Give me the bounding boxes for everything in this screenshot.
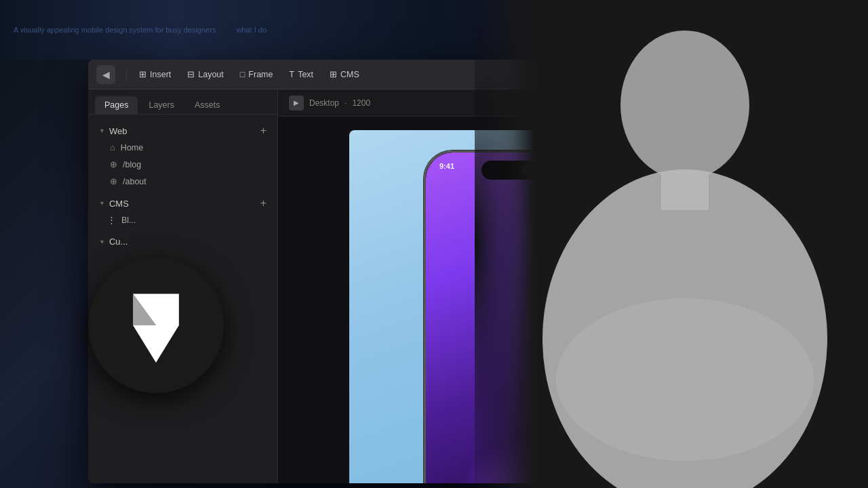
web-add-button[interactable]: +	[260, 125, 267, 136]
layout-label: Layout	[198, 70, 224, 79]
sidebar-tabs: Pages Layers Assets	[88, 89, 277, 115]
custom-section-title: ▼ Cu...	[99, 237, 127, 247]
tab-pages-label: Pages	[104, 100, 128, 110]
framer-logo-overlay	[88, 258, 224, 393]
toolbar-sep-1	[126, 68, 127, 81]
custom-arrow-icon: ▼	[99, 239, 105, 245]
cms-arrow-icon: ▼	[99, 200, 105, 207]
separator: ·	[344, 98, 347, 108]
web-arrow-icon: ▼	[99, 127, 105, 134]
cms-add-button[interactable]: +	[260, 198, 267, 209]
layout-icon: ⊟	[187, 69, 195, 79]
cms-icon: ⊞	[330, 69, 337, 79]
custom-label: Cu...	[109, 237, 127, 247]
cms-label: CMS	[340, 70, 359, 79]
sidebar-item-blog[interactable]: ⊕ /blog	[94, 156, 272, 173]
sidebar-item-about[interactable]: ⊕ /about	[94, 173, 272, 190]
sidebar-item-bl[interactable]: ⋮ Bl...	[94, 211, 272, 228]
tab-assets[interactable]: Assets	[185, 96, 230, 114]
text-button[interactable]: T Text	[282, 67, 320, 82]
cms-section-title: ▼ CMS	[99, 199, 129, 209]
insert-button[interactable]: ⊞ Insert	[132, 66, 178, 82]
insert-icon: ⊞	[139, 69, 146, 79]
tab-pages[interactable]: Pages	[95, 96, 138, 114]
phone-time: 9:41	[439, 162, 454, 170]
framer-logo-svg	[119, 288, 193, 363]
about-label: /about	[123, 177, 146, 186]
home-label: Home	[121, 143, 143, 152]
person-overlay	[475, 0, 868, 488]
frame-label: Frame	[248, 70, 273, 79]
bg-text-2: what I do	[236, 26, 267, 34]
svg-marker-1	[133, 325, 179, 363]
play-icon: ▶	[294, 99, 299, 106]
tab-layers[interactable]: Layers	[139, 96, 184, 114]
viewport-label: Desktop	[309, 98, 339, 108]
bg-text-1: A visually appealing mobile design syste…	[14, 26, 216, 34]
about-icon: ⊕	[110, 176, 117, 186]
cms-section: ▼ CMS + ⋮ Bl...	[94, 195, 272, 228]
width-label: 1200	[352, 98, 370, 108]
text-icon: T	[289, 70, 294, 79]
web-section: ▼ Web + ⌂ Home ⊕ /blog ⊕	[94, 123, 272, 190]
text-label: Text	[298, 70, 313, 79]
insert-label: Insert	[150, 70, 171, 79]
back-button[interactable]: ◀	[96, 65, 115, 84]
web-label: Web	[109, 126, 127, 136]
tab-layers-label: Layers	[149, 100, 174, 110]
layout-button[interactable]: ⊟ Layout	[180, 66, 231, 82]
web-section-title: ▼ Web	[99, 126, 127, 136]
cms-button[interactable]: ⊞ CMS	[323, 66, 366, 82]
cms-item-label: Bl...	[121, 216, 136, 225]
cms-label: CMS	[109, 199, 129, 209]
custom-section: ▼ Cu...	[94, 234, 272, 249]
cms-item-icon: ⋮	[107, 215, 116, 225]
frame-button[interactable]: □ Frame	[233, 67, 280, 82]
tab-assets-label: Assets	[195, 100, 220, 110]
play-button[interactable]: ▶	[289, 96, 304, 110]
sidebar-item-home[interactable]: ⌂ Home	[94, 139, 272, 156]
blog-label: /blog	[123, 160, 141, 169]
svg-rect-8	[475, 0, 868, 488]
custom-section-header[interactable]: ▼ Cu...	[94, 234, 272, 249]
web-section-header[interactable]: ▼ Web +	[94, 123, 272, 139]
person-silhouette	[475, 0, 868, 488]
cms-section-header[interactable]: ▼ CMS +	[94, 195, 272, 211]
back-icon: ◀	[102, 69, 110, 80]
blog-icon: ⊕	[110, 159, 117, 169]
home-icon: ⌂	[110, 142, 115, 152]
frame-icon: □	[240, 70, 245, 79]
